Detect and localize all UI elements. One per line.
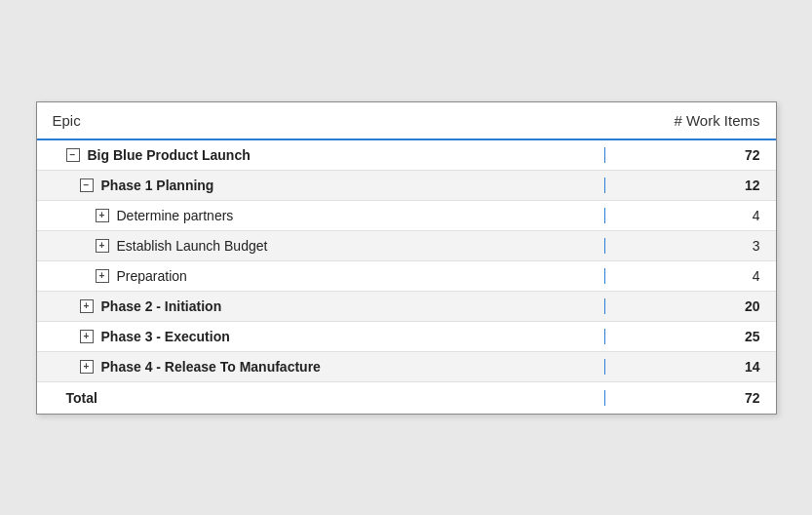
row-value-establish: 3 — [604, 238, 760, 254]
row-value-phase1: 12 — [604, 178, 760, 193]
toggle-icon-phase3[interactable]: + — [80, 330, 94, 343]
row-label-big-blue: −Big Blue Product Launch — [53, 147, 604, 163]
toggle-icon-establish[interactable]: + — [96, 239, 109, 253]
toggle-icon-phase1[interactable]: − — [80, 178, 94, 192]
row-value-phase3: 25 — [604, 329, 760, 344]
row-label-phase4: +Phase 4 - Release To Manufacture — [53, 359, 604, 375]
row-value-phase2: 20 — [604, 298, 760, 314]
table-row: −Phase 1 Planning12 — [37, 171, 776, 201]
row-value-preparation: 4 — [604, 268, 760, 284]
total-label: Total — [53, 390, 604, 406]
total-value: 72 — [604, 390, 760, 406]
table-row: +Establish Launch Budget3 — [37, 231, 776, 261]
row-label-establish: +Establish Launch Budget — [53, 238, 604, 254]
row-text-determine: Determine partners — [117, 208, 234, 223]
row-value-determine: 4 — [604, 208, 760, 223]
row-text-phase3: Phase 3 - Execution — [101, 329, 230, 344]
table-row: +Phase 4 - Release To Manufacture14 — [37, 352, 776, 382]
toggle-icon-phase2[interactable]: + — [80, 299, 94, 313]
row-text-phase4: Phase 4 - Release To Manufacture — [101, 359, 321, 375]
row-label-determine: +Determine partners — [53, 208, 604, 223]
table-row: +Phase 3 - Execution25 — [37, 322, 776, 352]
row-text-phase2: Phase 2 - Initiation — [101, 298, 222, 314]
toggle-icon-preparation[interactable]: + — [96, 269, 109, 283]
total-row: Total72 — [37, 382, 776, 414]
row-value-phase4: 14 — [604, 359, 760, 375]
table-row: +Phase 2 - Initiation20 — [37, 292, 776, 322]
row-label-preparation: +Preparation — [53, 268, 604, 284]
epic-column-header: Epic — [53, 112, 604, 129]
row-text-big-blue: Big Blue Product Launch — [88, 147, 251, 163]
row-label-phase1: −Phase 1 Planning — [53, 178, 604, 193]
toggle-icon-determine[interactable]: + — [96, 209, 109, 222]
row-text-establish: Establish Launch Budget — [117, 238, 268, 254]
row-label-phase2: +Phase 2 - Initiation — [53, 298, 604, 314]
table-body: −Big Blue Product Launch72−Phase 1 Plann… — [37, 140, 776, 414]
toggle-icon-phase4[interactable]: + — [80, 360, 94, 374]
table-row: −Big Blue Product Launch72 — [37, 140, 776, 171]
table-row: +Preparation4 — [37, 261, 776, 292]
table-row: +Determine partners4 — [37, 201, 776, 231]
row-label-phase3: +Phase 3 - Execution — [53, 329, 604, 344]
table-header: Epic # Work Items — [37, 102, 776, 140]
row-text-preparation: Preparation — [117, 268, 187, 284]
workitems-column-header: # Work Items — [604, 112, 760, 129]
row-text-phase1: Phase 1 Planning — [101, 178, 214, 193]
toggle-icon-big-blue[interactable]: − — [66, 148, 80, 162]
epic-table: Epic # Work Items −Big Blue Product Laun… — [36, 101, 777, 415]
row-value-big-blue: 72 — [604, 147, 760, 163]
